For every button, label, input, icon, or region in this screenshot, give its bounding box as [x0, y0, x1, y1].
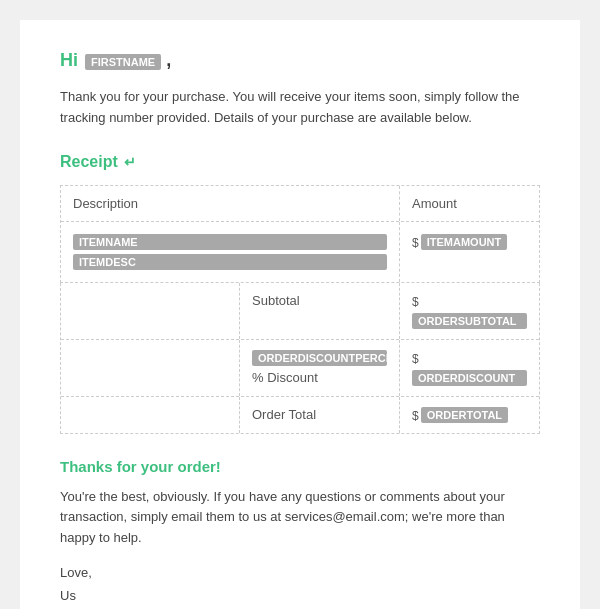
itemname-badge: ITEMNAME: [73, 234, 387, 250]
table-header: Description Amount: [61, 186, 539, 222]
subtotal-spacer: [61, 283, 239, 339]
order-total-value-flex: $ ORDERTOTAL: [412, 407, 527, 423]
subtotal-dollar: $: [412, 293, 527, 309]
itemamount-badge: ITEMAMOUNT: [421, 234, 508, 250]
sign-us: Us: [60, 584, 540, 607]
total-spacer: [61, 397, 239, 433]
orderdiscount-badge: ORDERDISCOUNT: [412, 370, 527, 386]
discount-row: ORDERDISCOUNTPERCENT % Discount $ ORDERD…: [61, 339, 539, 396]
receipt-icon: ↵: [124, 154, 136, 170]
receipt-heading: Receipt ↵: [60, 153, 540, 171]
discount-dollar: $: [412, 350, 527, 366]
receipt-title: Receipt: [60, 153, 118, 171]
greeting: Hi FIRSTNAME ,: [60, 50, 540, 71]
discount-value-cell: $ ORDERDISCOUNT: [399, 340, 539, 396]
item-dollar-sign: $: [412, 234, 419, 250]
thanks-body: You're the best, obviously. If you have …: [60, 487, 540, 549]
receipt-table: Description Amount ITEMNAME ITEMDESC $ I…: [60, 185, 540, 283]
orderdiscountpercent-badge: ORDERDISCOUNTPERCENT: [252, 350, 387, 366]
thanks-heading: Thanks for your order!: [60, 458, 540, 475]
table-item-row: ITEMNAME ITEMDESC $ ITEMAMOUNT: [61, 222, 539, 282]
ordertotal-badge: ORDERTOTAL: [421, 407, 508, 423]
subtotal-value-cell: $ ORDERSUBTOTAL: [399, 283, 539, 339]
discount-text: % Discount: [252, 370, 387, 385]
subtotal-row: Subtotal $ ORDERSUBTOTAL: [61, 283, 539, 339]
col-amount-header: Amount: [399, 186, 539, 221]
col-description-header: Description: [61, 186, 399, 221]
discount-label-cell: ORDERDISCOUNTPERCENT % Discount: [239, 340, 399, 396]
order-total-label: Order Total: [239, 397, 399, 433]
greeting-comma: ,: [166, 50, 171, 70]
firstname-badge: FIRSTNAME: [85, 54, 161, 70]
ordersubtotal-badge: ORDERSUBTOTAL: [412, 313, 527, 329]
intro-text: Thank you for your purchase. You will re…: [60, 87, 540, 129]
email-container: Hi FIRSTNAME , Thank you for your purcha…: [20, 20, 580, 609]
hi-text: Hi: [60, 50, 78, 70]
subtotal-label: Subtotal: [239, 283, 399, 339]
discount-label-flex: ORDERDISCOUNTPERCENT % Discount: [252, 350, 387, 385]
discount-spacer: [61, 340, 239, 396]
item-amount-cell: $ ITEMAMOUNT: [399, 222, 539, 282]
item-description-cell: ITEMNAME ITEMDESC: [61, 222, 399, 282]
sign-love: Love,: [60, 561, 540, 584]
order-total-value-cell: $ ORDERTOTAL: [399, 397, 539, 433]
totals-table: Subtotal $ ORDERSUBTOTAL ORDERDISCOUNTPE…: [60, 283, 540, 434]
sign-off: Love, Us: [60, 561, 540, 608]
itemdesc-badge: ITEMDESC: [73, 254, 387, 270]
order-total-row: Order Total $ ORDERTOTAL: [61, 396, 539, 433]
total-dollar: $: [412, 407, 419, 423]
